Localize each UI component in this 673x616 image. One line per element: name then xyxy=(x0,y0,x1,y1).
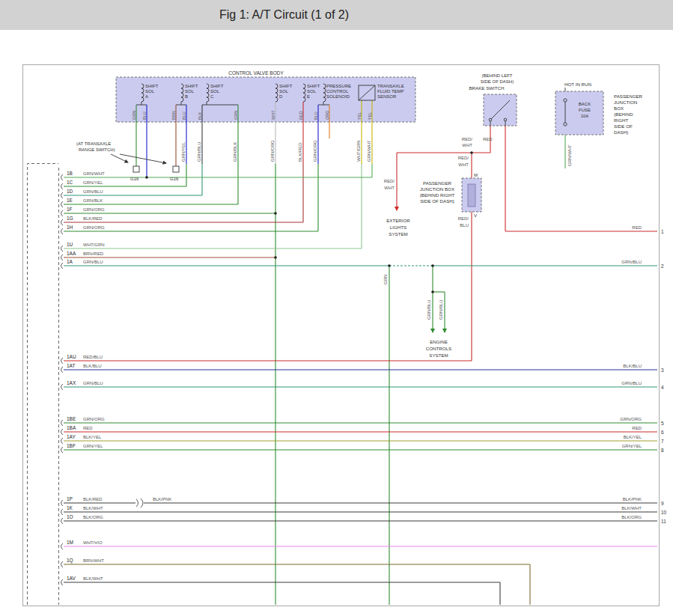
wire-color-label: BLK/ORG xyxy=(621,515,642,519)
wire-color-label: BLK/BLU xyxy=(83,364,102,368)
component-label: SOL xyxy=(307,89,317,94)
row-1U: 1UWHT/GRN xyxy=(61,242,362,251)
wire-color-label: GRN/ORG xyxy=(83,207,105,212)
wire-color-label: GRN/ORG xyxy=(620,417,642,421)
wire-color-label: GRN/BLU xyxy=(83,260,103,264)
row-1C: 1CGRN/YEL xyxy=(61,180,187,189)
wire-color-label: GRN/ORG xyxy=(83,417,105,421)
edge-pin-number: 3 xyxy=(661,368,664,373)
wire-color-label: GRN/BLU xyxy=(427,299,431,320)
wire-color-label: BLK/WHT xyxy=(83,506,103,510)
pin-label: 1P xyxy=(67,496,73,501)
wire-color-label: GRN/ORG xyxy=(83,225,105,230)
row-1AU: 1AURED/BLU xyxy=(61,354,472,364)
wire-color-label: GRN/BLU xyxy=(621,260,642,264)
wire-color-label: BLK/ORG xyxy=(83,515,103,519)
wire-color-label: WHT xyxy=(384,186,395,190)
pigtail-color-label: GRN xyxy=(132,111,136,120)
component-label: D xyxy=(279,94,283,99)
pin-label: 1D xyxy=(67,189,73,194)
pin-label: 1AV xyxy=(67,576,76,581)
pin-label: 1BF xyxy=(67,443,76,448)
row-1BF: 1BFGRN/YEL xyxy=(61,443,658,453)
pjb-pin-label: M xyxy=(474,173,478,177)
pjb-right-label: JUNCTION xyxy=(614,100,637,105)
left-connector-boundary xyxy=(28,164,59,606)
row-1F: 1FGRN/ORG xyxy=(61,207,276,216)
pigtail-color-label: GRN xyxy=(234,111,238,120)
pin-label: 1AY xyxy=(67,434,76,439)
edge-pin-number: 2 xyxy=(661,263,664,269)
edge-pin-number: 10 xyxy=(661,510,667,515)
wire-color-label: WHT xyxy=(462,143,472,147)
harness-color-label: WHT/GRN xyxy=(356,140,361,162)
pjb-mid-label: JUNCTION BOX xyxy=(420,186,454,192)
wire-color-label: BLK/BLU xyxy=(623,364,642,368)
pjb-right-label: RIGHT xyxy=(614,118,628,123)
engine-controls-label: SYSTEM xyxy=(429,353,448,358)
wire-color-label: GRN/BLU xyxy=(621,381,642,385)
component-label: A xyxy=(145,94,148,99)
component-label: SOL xyxy=(210,89,220,94)
brake-switch-location: (BEHIND LEFT xyxy=(481,73,512,78)
pin-label: 1Q xyxy=(67,558,73,564)
component-label: SOL xyxy=(185,89,195,94)
pin-label: 1AU xyxy=(67,354,76,359)
exterior-lights-label: SYSTEM xyxy=(389,231,407,237)
wire-color-label: GRN/YEL xyxy=(83,180,103,185)
range-switch-note: RANGE SWITCH) xyxy=(79,147,115,152)
component-label: TRANSAXLE xyxy=(377,84,404,88)
harness-color-label: GRN/YEL xyxy=(181,141,186,162)
component-label: SOL xyxy=(145,89,155,94)
wire-color-label: BRN/WHT xyxy=(83,558,104,563)
pin-label: 1A xyxy=(67,259,73,264)
row-1Q: 1QBRN/WHT xyxy=(61,558,531,567)
engine-controls-label: ENGINE xyxy=(430,339,448,344)
pin-label: 1M xyxy=(67,540,73,545)
wire-color-label: GRN/BLU xyxy=(83,189,103,194)
row-1D: 1DGRN/BLU xyxy=(61,189,203,198)
wire-color-label: BLK/WHT xyxy=(621,506,642,510)
pigtail-color-label: ORG xyxy=(325,110,329,120)
fuse-label: 10A xyxy=(581,114,589,118)
pin-label: 1AT xyxy=(67,363,75,368)
wire-color-label: GRN xyxy=(383,275,388,284)
back-fuse-box xyxy=(555,91,603,135)
ground-id-label: G16 xyxy=(170,177,179,181)
pin-label: 1H xyxy=(67,225,73,230)
row-1BE: 1BEGRN/ORG xyxy=(61,416,658,426)
wire-color-label: BLK/YEL xyxy=(83,435,102,439)
wire-color-label: BLK/PNK xyxy=(623,497,642,501)
wire-color-label: BLK/YEL xyxy=(624,435,642,439)
wire-color-label: RED/ xyxy=(458,156,469,160)
wire-color-label: GRN/WHT xyxy=(83,171,105,176)
wire-color-label: GRN/YEL xyxy=(83,444,103,448)
wire-color-label: RED xyxy=(83,426,93,430)
wire-color-label: GRN/BLU xyxy=(439,299,443,320)
wire-color-label: RED/ xyxy=(384,179,395,183)
brake-switch-location: SIDE OF DASH) xyxy=(481,79,514,84)
harness-color-label: GRN/BLU xyxy=(197,141,201,162)
pin-label: 1BE xyxy=(67,416,76,421)
engine-controls-label: CONTROLS xyxy=(426,346,451,351)
ground-id-label: G16 xyxy=(130,177,139,181)
component-label: SHIFT xyxy=(185,84,198,88)
component-label: SHIFT xyxy=(307,84,320,88)
edge-pin-number: 1 xyxy=(661,229,664,234)
inline-connector-label: BLK/PNK xyxy=(153,497,171,501)
wire-color-label: RED/ xyxy=(462,137,473,141)
pin-label: 1C xyxy=(67,180,73,185)
row-1A: 1AGRN/BLU xyxy=(61,259,658,269)
pigtail-color-label: BLU xyxy=(182,112,186,120)
pigtail-color-label: YEL xyxy=(357,112,362,120)
wire-color-label: RED xyxy=(632,225,642,230)
wire-color-label: BLK/WHT xyxy=(83,576,103,581)
row-1AY: 1AYBLK/YEL xyxy=(61,434,658,444)
wire-color-label: RED/BLU xyxy=(83,355,103,359)
brake-switch-title: BRAKE SWITCH xyxy=(469,85,504,91)
wire-color-label: BLK/RED xyxy=(83,497,103,501)
edge-pin-number: 8 xyxy=(661,448,664,453)
edge-pin-number: 11 xyxy=(661,519,666,524)
wires xyxy=(136,88,657,605)
pjb-right-label: SIDE OF xyxy=(614,123,633,129)
